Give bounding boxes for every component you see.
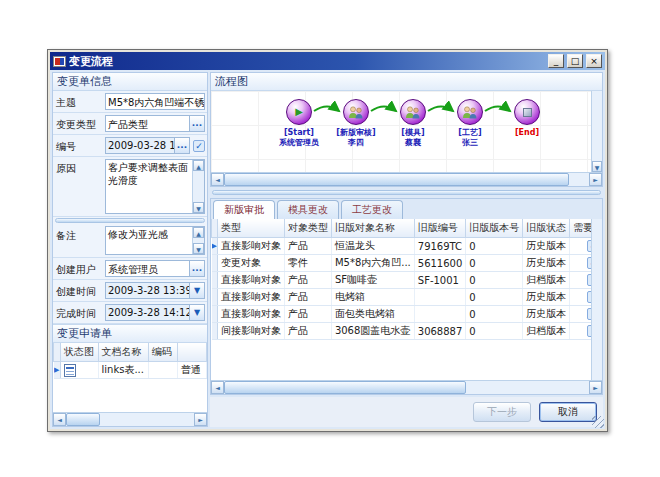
grid-cell: 5611600 <box>414 255 466 272</box>
field-input[interactable]: M5*8内六角凹端不锈钢紧固螺钉 <box>105 93 205 110</box>
grid-row[interactable]: ▶直接影响对象产品恒温龙头79169TC0历史版本✓ <box>212 238 592 255</box>
grid-cell: 直接影响对象 <box>217 272 284 289</box>
close-button[interactable]: × <box>586 54 602 68</box>
grid-cell: 0 <box>466 238 523 255</box>
chevron-down-icon[interactable]: ▼ <box>189 283 204 298</box>
field-input[interactable]: 2009-03-28 13:39:01... <box>105 137 190 154</box>
grid-cell: 归档版本 <box>523 272 570 289</box>
upgrade-cell <box>570 272 591 289</box>
field-input[interactable]: 产品类型... <box>105 115 205 132</box>
scroll-left-icon[interactable]: ◄ <box>211 173 224 186</box>
field-vscrollbar[interactable]: ▲▼ <box>192 160 204 213</box>
play-icon: ▶ <box>295 107 303 117</box>
grid-row[interactable]: 直接影响对象产品电烤箱0历史版本 <box>212 289 592 306</box>
scroll-down-icon[interactable]: ▼ <box>592 161 602 172</box>
grid-column-header[interactable]: 需要升版 <box>570 219 591 238</box>
field-row: 创建时间2009-3-28 13:39:01▼ <box>53 280 207 302</box>
field-value: 产品类型 <box>106 116 189 131</box>
grid-column-header[interactable]: 类型 <box>217 219 284 238</box>
grid-column-header[interactable]: 旧版对象名称 <box>331 219 414 238</box>
scroll-right-icon[interactable]: ► <box>194 413 207 426</box>
people-icon <box>462 106 478 119</box>
scroll-up-icon[interactable]: ▲ <box>193 160 204 171</box>
field-input[interactable]: 2009-3-28 14:12:50▼ <box>105 304 205 321</box>
grid-cell: SF-1001 <box>414 272 466 289</box>
grid-row[interactable]: 直接影响对象产品面包类电烤箱0历史版本 <box>212 306 592 323</box>
panel-splitter[interactable] <box>212 190 601 195</box>
field-label: 主题 <box>53 91 103 112</box>
change-info-caption: 变更单信息 <box>53 73 207 91</box>
request-column-header[interactable] <box>177 343 206 362</box>
field-label: 编号 <box>53 135 103 156</box>
flow-node-start[interactable]: ▶ <box>286 99 312 125</box>
scroll-right-icon[interactable]: ► <box>589 381 602 394</box>
review-grid-panel: 新版审批模具更改工艺更改 类型对象类型旧版对象名称旧版编号旧版版本号旧版状态需要… <box>210 198 603 395</box>
maximize-button[interactable]: □ <box>567 54 583 68</box>
change-info-panel: 变更单信息 主题M5*8内六角凹端不锈钢紧固螺钉变更类型产品类型...编号200… <box>52 72 208 427</box>
flow-hscrollbar[interactable]: ◄ ► <box>211 172 602 186</box>
number-checkbox[interactable]: ✓ <box>193 140 205 152</box>
change-info-fields: 主题M5*8内六角凹端不锈钢紧固螺钉变更类型产品类型...编号2009-03-2… <box>53 91 207 324</box>
request-column-header[interactable]: 编码 <box>148 343 177 362</box>
field-row: 变更类型产品类型... <box>53 113 207 135</box>
field-splitter[interactable] <box>55 218 205 223</box>
field-row: 备注修改为亚光感▲▼ <box>53 224 207 258</box>
field-value: 客户要求调整表面光滑度 <box>106 160 192 213</box>
grid-column-header[interactable]: 对象类型 <box>284 219 331 238</box>
grid-column-header[interactable]: 旧版编号 <box>414 219 466 238</box>
flow-node-label: [End] <box>491 128 563 138</box>
flow-node-task[interactable] <box>400 99 426 125</box>
flow-node-task[interactable] <box>343 99 369 125</box>
request-row[interactable]: ▶links表...普通 <box>54 362 207 379</box>
cancel-button[interactable]: 取消 <box>539 402 597 422</box>
field-input[interactable]: 系统管理员... <box>105 260 205 277</box>
request-column-header[interactable]: 文档名称 <box>98 343 148 362</box>
request-column-header[interactable]: 状态图 <box>61 343 98 362</box>
flow-vscrollbar[interactable]: ▼ <box>591 91 602 172</box>
grid-row[interactable]: 变更对象零件M5*8内六角凹...56116000历史版本✓M5*8 <box>212 255 592 272</box>
scroll-left-icon[interactable]: ◄ <box>211 381 224 394</box>
ellipsis-button[interactable]: ... <box>189 261 204 276</box>
grid-hscrollbar[interactable]: ◄ ► <box>211 380 602 394</box>
field-value: 修改为亚光感 <box>106 227 192 254</box>
field-input[interactable]: 2009-3-28 13:39:01▼ <box>105 282 205 299</box>
request-list-hscrollbar[interactable]: ◄ ► <box>53 412 207 426</box>
grid-column-header[interactable]: 旧版版本号 <box>466 219 523 238</box>
people-icon <box>405 106 421 119</box>
ellipsis-button[interactable]: ... <box>174 138 189 153</box>
grid-row[interactable]: 间接影响对象产品3068圆盖电水壶30688870归档版本 <box>212 323 592 340</box>
minimize-button[interactable]: _ <box>548 54 564 68</box>
tab-item[interactable]: 模具更改 <box>277 200 339 219</box>
scrollbar-thumb[interactable] <box>224 381 466 394</box>
scrollbar-thumb[interactable] <box>224 173 569 186</box>
field-input[interactable]: 客户要求调整表面光滑度▲▼ <box>105 159 205 214</box>
chevron-down-icon[interactable]: ▼ <box>189 305 204 320</box>
extra-cell: 普通 <box>177 362 206 379</box>
scroll-left-icon[interactable]: ◄ <box>53 413 66 426</box>
grid-row[interactable]: 直接影响对象产品SF咖啡壶SF-10010归档版本SF咖 <box>212 272 592 289</box>
scroll-right-icon[interactable]: ► <box>589 173 602 186</box>
request-list-table: 状态图文档名称编码▶links表...普通 <box>53 343 207 379</box>
field-vscrollbar[interactable]: ▲▼ <box>192 227 204 254</box>
upgrade-cell: ✓ <box>570 238 591 255</box>
scrollbar-thumb[interactable] <box>66 413 100 426</box>
grid-cell: SF咖啡壶 <box>331 272 414 289</box>
titlebar[interactable]: 变更流程 _ □ × <box>50 52 605 70</box>
resize-grip[interactable] <box>592 416 604 428</box>
flow-chart-canvas[interactable]: ▶[Start]系统管理员 [新版审核]李四 [模具]蔡襄 [工艺]张三[End… <box>211 91 591 172</box>
tab-active[interactable]: 新版审批 <box>213 200 275 219</box>
scroll-down-icon[interactable]: ▼ <box>193 202 204 213</box>
flow-node-task[interactable] <box>457 99 483 125</box>
flow-node-end[interactable] <box>514 99 540 125</box>
next-button[interactable]: 下一步 <box>473 402 531 422</box>
grid-vscrollbar[interactable] <box>591 219 602 380</box>
doc-name-cell: links表... <box>98 362 148 379</box>
scroll-down-icon[interactable]: ▼ <box>193 243 204 254</box>
scroll-up-icon[interactable]: ▲ <box>193 227 204 238</box>
window-title: 变更流程 <box>69 54 545 69</box>
grid-clip: 类型对象类型旧版对象名称旧版编号旧版版本号旧版状态需要升版新版▶直接影响对象产品… <box>211 219 602 380</box>
grid-column-header[interactable]: 旧版状态 <box>523 219 570 238</box>
tab-item[interactable]: 工艺更改 <box>341 200 403 219</box>
ellipsis-button[interactable]: ... <box>189 116 204 131</box>
field-input[interactable]: 修改为亚光感▲▼ <box>105 226 205 255</box>
